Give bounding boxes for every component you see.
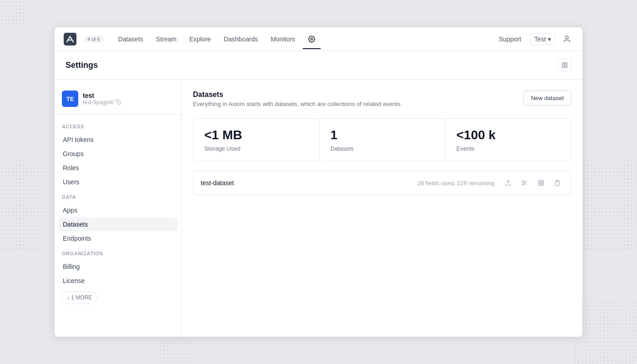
expand-button[interactable]: [558, 58, 571, 72]
dataset-trim-button[interactable]: [518, 177, 531, 189]
stat-events: <100 k Events: [445, 119, 571, 161]
stat-storage-value: <1 MB: [204, 128, 308, 142]
grid-icon: [538, 180, 544, 186]
dataset-actions: [502, 177, 564, 189]
columns-icon: [561, 62, 568, 68]
copy-id-button[interactable]: [116, 99, 121, 106]
gear-icon: [308, 35, 315, 43]
settings-header: Settings: [55, 51, 582, 80]
sidebar-item-groups[interactable]: Groups: [58, 147, 178, 161]
stats-row: <1 MB Storage Used 1 Datasets <100 k Eve…: [193, 118, 571, 162]
datasets-header: Datasets Everything in Axiom starts with…: [193, 91, 571, 107]
stat-datasets-value: 1: [330, 128, 434, 142]
dataset-delete-button[interactable]: [551, 177, 564, 189]
settings-body: TE test test-9yagyx6: [55, 80, 582, 337]
stat-events-label: Events: [456, 145, 560, 152]
stat-datasets: 1 Datasets: [319, 119, 445, 161]
sidebar-item-users[interactable]: Users: [58, 175, 178, 189]
nav-settings[interactable]: [303, 33, 321, 46]
svg-rect-4: [565, 63, 567, 68]
datasets-description: Everything in Axiom starts with datasets…: [193, 101, 402, 107]
nav-monitors[interactable]: Monitors: [265, 33, 301, 46]
workspace-button[interactable]: Test ▾: [530, 33, 555, 45]
settings-title: Settings: [66, 61, 98, 70]
stat-events-value: <100 k: [456, 128, 560, 142]
svg-rect-13: [541, 181, 543, 182]
nav-items: Datasets Stream Explore Dashboards Monit…: [113, 33, 495, 46]
sidebar-item-apps[interactable]: Apps: [58, 203, 178, 217]
main-content: Datasets Everything in Axiom starts with…: [182, 80, 582, 337]
sidebar-item-datasets[interactable]: Datasets: [58, 217, 178, 231]
dataset-upload-button[interactable]: [502, 177, 515, 189]
dataset-name: test-dataset: [201, 179, 417, 187]
new-dataset-button[interactable]: New dataset: [523, 91, 571, 106]
sidebar-item-license[interactable]: License: [58, 274, 178, 288]
decorative-dots-bm: [155, 341, 191, 364]
svg-rect-5: [118, 101, 121, 104]
datasets-title-group: Datasets Everything in Axiom starts with…: [193, 91, 402, 107]
svg-rect-0: [64, 33, 76, 46]
svg-point-7: [522, 181, 524, 182]
access-section: Access API tokens Groups Roles Users: [55, 122, 182, 189]
org-avatar: TE: [62, 91, 78, 107]
user-icon-button[interactable]: [561, 33, 573, 46]
svg-point-1: [311, 38, 313, 40]
org-name: test: [83, 92, 121, 99]
more-button[interactable]: ↓ 1 MORE: [62, 291, 97, 304]
support-button[interactable]: Support: [495, 34, 525, 45]
decorative-dots-ml: [0, 159, 46, 250]
scissors-icon: [521, 180, 528, 186]
svg-rect-12: [539, 181, 541, 182]
svg-point-2: [566, 36, 568, 39]
nav-badge: 4 of 6: [84, 35, 104, 43]
decorative-dots-br: [573, 300, 637, 364]
sidebar-item-roles[interactable]: Roles: [58, 161, 178, 175]
org-id: test-9yagyx6: [83, 99, 121, 106]
nav-right: Support Test ▾: [495, 33, 573, 46]
svg-line-10: [525, 183, 526, 185]
copy-icon: [116, 99, 121, 105]
nav-explore[interactable]: Explore: [184, 33, 216, 46]
dataset-fields-button[interactable]: [535, 177, 547, 189]
svg-point-8: [522, 184, 524, 186]
dataset-fields-info: 28 fields used, 228 remaining: [417, 180, 495, 187]
data-section: Data Apps Datasets Endpoints: [55, 192, 182, 245]
dataset-row: test-dataset 28 fields used, 228 remaini…: [193, 171, 571, 195]
org-section-label: Organization: [58, 249, 178, 258]
decorative-dots-mr: [582, 159, 637, 250]
nav-dashboards[interactable]: Dashboards: [218, 33, 263, 46]
topnav: 4 of 6 Datasets Stream Explore Dashboard…: [55, 27, 582, 51]
sidebar-item-api-tokens[interactable]: API tokens: [58, 133, 178, 147]
svg-rect-15: [539, 183, 541, 185]
nav-stream[interactable]: Stream: [151, 33, 182, 46]
stat-storage-label: Storage Used: [204, 145, 308, 152]
svg-rect-3: [562, 63, 564, 68]
axiom-logo[interactable]: [64, 33, 76, 46]
user-icon: [563, 35, 571, 43]
main-container: 4 of 6 Datasets Stream Explore Dashboard…: [55, 27, 582, 337]
sidebar-item-endpoints[interactable]: Endpoints: [58, 232, 178, 245]
trash-icon: [554, 180, 561, 186]
datasets-page-title: Datasets: [193, 91, 402, 99]
nav-datasets[interactable]: Datasets: [113, 33, 149, 46]
stat-storage: <1 MB Storage Used: [193, 119, 319, 161]
svg-rect-14: [541, 183, 543, 185]
decorative-dots-tl: [0, 0, 27, 27]
data-section-label: Data: [58, 192, 178, 202]
sidebar: TE test test-9yagyx6: [55, 80, 182, 337]
org-details: test test-9yagyx6: [83, 92, 121, 106]
upload-icon: [505, 180, 511, 186]
svg-line-11: [524, 182, 525, 183]
organization-section: Organization Billing License ↓ 1 MORE: [55, 249, 182, 304]
org-info: TE test test-9yagyx6: [55, 87, 182, 115]
stat-datasets-label: Datasets: [330, 145, 434, 152]
content-area: Settings TE test test-9yagyx6: [55, 51, 582, 337]
sidebar-item-billing[interactable]: Billing: [58, 260, 178, 273]
access-section-label: Access: [58, 122, 178, 131]
